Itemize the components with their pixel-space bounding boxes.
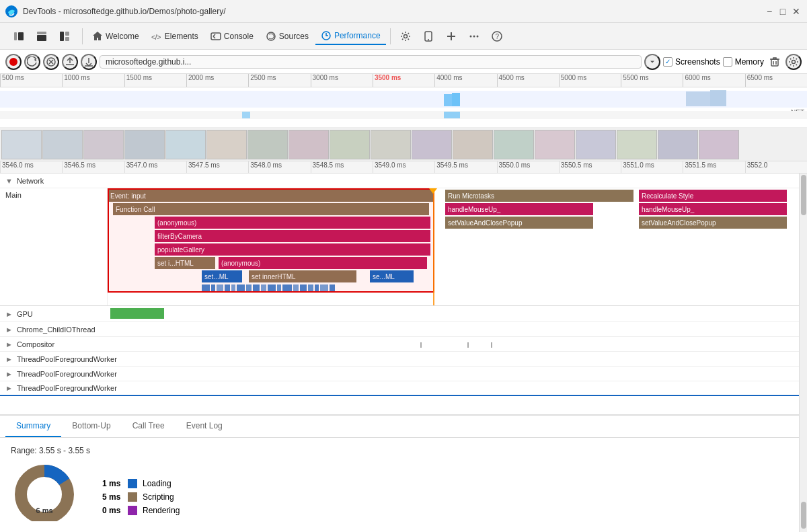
scrollbar-thumb[interactable] — [801, 175, 806, 215]
anonymous-2-block[interactable]: (anonymous) — [219, 257, 427, 269]
svg-rect-28 — [710, 90, 726, 106]
dtick-2: 3547.0 ms — [124, 161, 186, 173]
screenshot-16 — [658, 130, 698, 159]
url-input[interactable] — [100, 55, 642, 69]
screenshots-checkbox[interactable] — [663, 57, 672, 67]
screenshots-check[interactable]: Screenshots — [663, 57, 720, 67]
handle-mouseup-1-block[interactable]: handleMouseUp_ — [445, 203, 593, 215]
function-call-block[interactable]: Function Call — [113, 203, 429, 215]
network-expand-icon[interactable]: ▼ — [5, 177, 13, 185]
svg-rect-30 — [242, 112, 250, 118]
gpu-content — [108, 306, 807, 321]
minimize-button[interactable]: − — [764, 6, 775, 17]
thread-pool-3-expand-icon[interactable]: ► — [5, 384, 13, 392]
call-tree-tab[interactable]: Call Tree — [122, 416, 176, 437]
svg-point-15 — [469, 35, 471, 37]
filter-by-camera-block[interactable]: filterByCamera — [155, 230, 430, 242]
compositor-label[interactable]: ► Compositor — [0, 339, 108, 350]
flame-container[interactable]: Event: input Function Call (anonymous) f… — [108, 188, 799, 305]
tracks-area[interactable]: ▼ Network Main Event: input — [0, 174, 807, 414]
thread-pool-3-label[interactable]: ► ThreadPoolForegroundWorker — [0, 383, 108, 393]
memory-checkbox[interactable] — [723, 57, 732, 67]
vertical-scrollbar[interactable] — [799, 174, 807, 414]
thread-pool-1-track: ► ThreadPoolForegroundWorker — [0, 352, 807, 367]
thread-pool-2-label[interactable]: ► ThreadPoolForegroundWorker — [0, 369, 108, 379]
svg-rect-3 — [37, 35, 46, 41]
tick-7: 4000 ms — [434, 74, 496, 87]
record-button[interactable] — [5, 54, 22, 70]
handle-mouseup-2-block[interactable]: handleMouseUp_ — [639, 203, 787, 215]
refresh-button[interactable] — [24, 54, 40, 70]
separator-2 — [390, 28, 391, 44]
chrome-childio-label[interactable]: ► Chrome_ChildIOThread — [0, 324, 108, 335]
run-microtasks-block[interactable]: Run Microtasks — [445, 190, 633, 202]
svg-point-16 — [473, 35, 475, 37]
compositor-expand-icon[interactable]: ► — [5, 340, 13, 348]
thread-pool-1-label[interactable]: ► ThreadPoolForegroundWorker — [0, 354, 108, 365]
summary-tab[interactable]: Summary — [5, 416, 61, 437]
recalculate-style-block[interactable]: Recalculate Style — [639, 190, 787, 202]
sidebar-toggle[interactable] — [8, 28, 30, 44]
tick-5: 3000 ms — [311, 74, 373, 87]
set-innerhtml-block[interactable]: set innerHTML — [249, 270, 356, 282]
main-flame-chart[interactable]: Main Event: input Function Call — [0, 188, 807, 306]
screenshot-1 — [42, 130, 83, 159]
tab-elements[interactable]: </> Elements — [146, 28, 204, 44]
dropdown-button[interactable] — [644, 54, 660, 70]
clear-recording-button[interactable] — [767, 54, 783, 70]
thread-pool-2-track: ► ThreadPoolForegroundWorker — [0, 367, 807, 381]
bottom-scrollbar[interactable] — [799, 414, 807, 532]
gpu-label[interactable]: ► GPU — [0, 309, 108, 319]
set-value-close-1-block[interactable]: setValueAndClosePopup — [445, 217, 593, 229]
bottom-up-tab[interactable]: Bottom-Up — [61, 416, 121, 437]
dock-toggle[interactable] — [31, 28, 52, 44]
set-value-close-2-block[interactable]: setValueAndClosePopup — [639, 217, 787, 229]
event-input-block[interactable]: Event: input — [108, 190, 434, 202]
download-button[interactable] — [81, 54, 97, 70]
help-button[interactable]: ? — [486, 28, 508, 44]
gpu-expand-icon[interactable]: ► — [5, 310, 13, 318]
settings-button[interactable] — [395, 28, 416, 44]
tick-0: 500 ms — [0, 74, 62, 87]
dtick-8: 3550.0 ms — [497, 161, 559, 173]
overview-ruler: 500 ms 1000 ms 1500 ms 2000 ms 2500 ms 3… — [0, 74, 807, 87]
anonymous-1-block[interactable]: (anonymous) — [155, 217, 430, 229]
chrome-childio-track: ► Chrome_ChildIOThread — [0, 322, 807, 337]
device-button[interactable] — [418, 28, 439, 44]
tab-welcome[interactable]: Welcome — [87, 28, 145, 44]
event-log-tab[interactable]: Event Log — [176, 416, 233, 437]
compositor-content — [108, 337, 807, 351]
add-tab-button[interactable] — [440, 28, 462, 44]
setml-1-block[interactable]: set...ML — [202, 270, 242, 282]
setml-2-block[interactable]: se...ML — [370, 270, 414, 282]
maximize-button[interactable]: □ — [777, 6, 788, 17]
svg-text:?: ? — [495, 33, 499, 40]
thread-pool-2-expand-icon[interactable]: ► — [5, 370, 13, 378]
more-options-button[interactable] — [463, 28, 485, 44]
network-label[interactable]: ▼ Network — [0, 176, 108, 186]
svg-point-20 — [9, 58, 17, 66]
clear-button[interactable] — [43, 54, 59, 70]
set-ihtml-block[interactable]: set i...HTML — [155, 257, 215, 269]
tab-sources[interactable]: Sources — [260, 28, 314, 44]
upload-button[interactable] — [62, 54, 78, 70]
summary-left: Range: 3.55 s - 3.55 s 6 ms — [11, 446, 180, 528]
close-button[interactable]: ✕ — [791, 6, 802, 17]
svg-rect-2 — [18, 32, 24, 40]
loading-color — [128, 479, 137, 488]
tab-console[interactable]: Console — [205, 28, 259, 44]
main-track-label: Main — [0, 188, 108, 305]
settings-gear[interactable] — [785, 54, 802, 70]
bottom-scrollbar-thumb[interactable] — [801, 502, 806, 529]
window-controls[interactable]: − □ ✕ — [764, 6, 802, 17]
dtick-5: 3548.5 ms — [311, 161, 373, 173]
thread-pool-3-track: ► ThreadPoolForegroundWorker — [0, 381, 807, 396]
thread-pool-1-expand-icon[interactable]: ► — [5, 355, 13, 363]
svg-rect-31 — [444, 112, 460, 118]
layout-toggle[interactable] — [54, 28, 75, 44]
chrome-childio-expand-icon[interactable]: ► — [5, 326, 13, 334]
memory-check[interactable]: Memory — [723, 57, 764, 67]
svg-rect-9 — [211, 33, 221, 40]
populate-gallery-block[interactable]: populateGallery — [155, 243, 430, 256]
tab-performance[interactable]: Performance — [315, 28, 386, 45]
